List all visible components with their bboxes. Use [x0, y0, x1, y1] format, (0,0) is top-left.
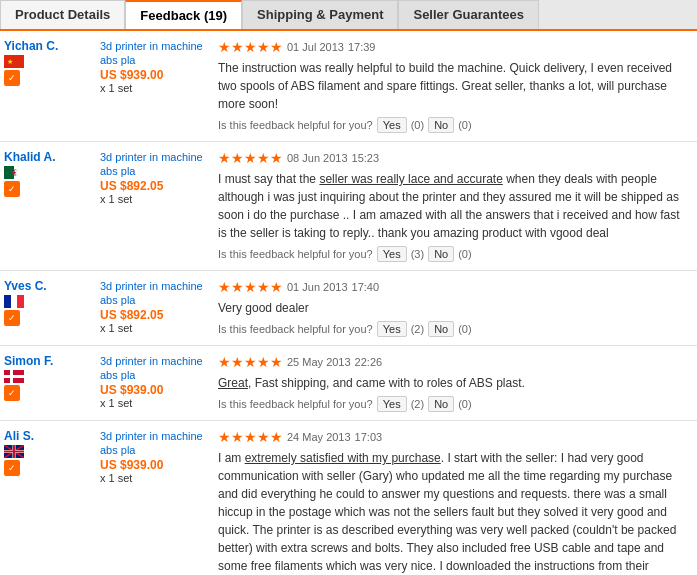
- stars-row: ★★★★★01 Jun 201317:40: [218, 279, 689, 295]
- table-row: Khalid A. ★✓3d printer in machine abs pl…: [0, 142, 697, 271]
- user-column: Ali S. ✓: [4, 429, 94, 476]
- helpful-yes-count: (2): [411, 398, 424, 410]
- user-column: Yves C. ✓: [4, 279, 94, 326]
- product-name[interactable]: 3d printer in machine abs pla: [100, 279, 208, 308]
- product-name[interactable]: 3d printer in machine abs pla: [100, 150, 208, 179]
- product-qty: x 1 set: [100, 472, 208, 484]
- review-text: Very good dealer: [218, 299, 689, 317]
- user-name[interactable]: Yichan C.: [4, 39, 58, 53]
- helpful-no-count: (0): [458, 248, 471, 260]
- helpful-no-count: (0): [458, 398, 471, 410]
- product-price: US $939.00: [100, 458, 208, 472]
- review-date: 25 May 2013: [287, 356, 351, 368]
- helpful-yes-button[interactable]: Yes: [377, 246, 407, 262]
- helpful-yes-button[interactable]: Yes: [377, 321, 407, 337]
- product-qty: x 1 set: [100, 82, 208, 94]
- helpful-label: Is this feedback helpful for you?: [218, 398, 373, 410]
- product-price: US $892.05: [100, 308, 208, 322]
- tab-bar: Product Details Feedback (19) Shipping &…: [0, 0, 697, 31]
- helpful-no-button[interactable]: No: [428, 246, 454, 262]
- product-price: US $939.00: [100, 383, 208, 397]
- stars-row: ★★★★★08 Jun 201315:23: [218, 150, 689, 166]
- table-row: Simon F. ✓3d printer in machine abs plaU…: [0, 346, 697, 421]
- review-column: ★★★★★08 Jun 201315:23I must say that the…: [214, 150, 693, 262]
- svg-text:★: ★: [7, 58, 13, 65]
- helpful-label: Is this feedback helpful for you?: [218, 119, 373, 131]
- product-price: US $939.00: [100, 68, 208, 82]
- table-row: Yichan C. ★✓3d printer in machine abs pl…: [0, 31, 697, 142]
- helpful-row: Is this feedback helpful for you?Yes(3)N…: [218, 246, 689, 262]
- user-column: Khalid A. ★✓: [4, 150, 94, 197]
- feedback-score-icon: ✓: [4, 70, 20, 86]
- star-rating: ★★★★★: [218, 39, 283, 55]
- helpful-yes-count: (0): [411, 119, 424, 131]
- review-column: ★★★★★24 May 201317:03I am extremely sati…: [214, 429, 693, 575]
- flag-row: ★: [4, 55, 24, 68]
- svg-rect-9: [17, 295, 24, 308]
- product-name[interactable]: 3d printer in machine abs pla: [100, 429, 208, 458]
- product-name[interactable]: 3d printer in machine abs pla: [100, 39, 208, 68]
- svg-rect-7: [4, 295, 11, 308]
- user-name[interactable]: Ali S.: [4, 429, 34, 443]
- product-column: 3d printer in machine abs plaUS $939.00x…: [94, 39, 214, 94]
- helpful-no-count: (0): [458, 119, 471, 131]
- star-rating: ★★★★★: [218, 354, 283, 370]
- product-qty: x 1 set: [100, 322, 208, 334]
- review-text: I am extremely satisfied with my purchas…: [218, 449, 689, 575]
- product-column: 3d printer in machine abs plaUS $939.00x…: [94, 429, 214, 484]
- review-time: 15:23: [352, 152, 380, 164]
- review-date: 08 Jun 2013: [287, 152, 348, 164]
- table-row: Yves C. ✓3d printer in machine abs plaUS…: [0, 271, 697, 346]
- product-name[interactable]: 3d printer in machine abs pla: [100, 354, 208, 383]
- helpful-label: Is this feedback helpful for you?: [218, 248, 373, 260]
- feedback-score-icon: ✓: [4, 310, 20, 326]
- feedback-score-icon: ✓: [4, 181, 20, 197]
- user-name[interactable]: Yves C.: [4, 279, 47, 293]
- helpful-no-button[interactable]: No: [428, 396, 454, 412]
- flag-row: [4, 370, 24, 383]
- helpful-no-count: (0): [458, 323, 471, 335]
- tab-shipping[interactable]: Shipping & Payment: [242, 0, 398, 29]
- product-column: 3d printer in machine abs plaUS $892.05x…: [94, 150, 214, 205]
- stars-row: ★★★★★24 May 201317:03: [218, 429, 689, 445]
- review-column: ★★★★★01 Jul 201317:39The instruction was…: [214, 39, 693, 133]
- star-rating: ★★★★★: [218, 150, 283, 166]
- product-qty: x 1 set: [100, 193, 208, 205]
- user-name[interactable]: Khalid A.: [4, 150, 56, 164]
- helpful-row: Is this feedback helpful for you?Yes(0)N…: [218, 117, 689, 133]
- feedback-score-icon: ✓: [4, 385, 20, 401]
- user-column: Yichan C. ★✓: [4, 39, 94, 86]
- review-time: 17:03: [355, 431, 383, 443]
- product-price: US $892.05: [100, 179, 208, 193]
- feedback-list: Yichan C. ★✓3d printer in machine abs pl…: [0, 31, 697, 575]
- review-text: Great, Fast shipping, and came with to r…: [218, 374, 689, 392]
- tab-product-details[interactable]: Product Details: [0, 0, 125, 29]
- helpful-yes-button[interactable]: Yes: [377, 396, 407, 412]
- star-rating: ★★★★★: [218, 279, 283, 295]
- svg-rect-12: [4, 375, 24, 378]
- helpful-row: Is this feedback helpful for you?Yes(2)N…: [218, 321, 689, 337]
- table-row: Ali S. ✓3d printer in machine abs plaUS …: [0, 421, 697, 575]
- review-text: The instruction was really helpful to bu…: [218, 59, 689, 113]
- stars-row: ★★★★★25 May 201322:26: [218, 354, 689, 370]
- review-text: I must say that the seller was really la…: [218, 170, 689, 242]
- flag-row: ★: [4, 166, 24, 179]
- tab-seller-guarantees[interactable]: Seller Guarantees: [398, 0, 539, 29]
- helpful-no-button[interactable]: No: [428, 117, 454, 133]
- helpful-label: Is this feedback helpful for you?: [218, 323, 373, 335]
- product-qty: x 1 set: [100, 397, 208, 409]
- svg-rect-8: [11, 295, 17, 308]
- svg-text:★: ★: [11, 169, 17, 176]
- review-date: 24 May 2013: [287, 431, 351, 443]
- star-rating: ★★★★★: [218, 429, 283, 445]
- helpful-no-button[interactable]: No: [428, 321, 454, 337]
- helpful-row: Is this feedback helpful for you?Yes(2)N…: [218, 396, 689, 412]
- product-column: 3d printer in machine abs plaUS $939.00x…: [94, 354, 214, 409]
- tab-feedback[interactable]: Feedback (19): [125, 0, 242, 29]
- stars-row: ★★★★★01 Jul 201317:39: [218, 39, 689, 55]
- review-date: 01 Jul 2013: [287, 41, 344, 53]
- helpful-yes-button[interactable]: Yes: [377, 117, 407, 133]
- review-time: 22:26: [355, 356, 383, 368]
- user-name[interactable]: Simon F.: [4, 354, 53, 368]
- flag-row: [4, 445, 24, 458]
